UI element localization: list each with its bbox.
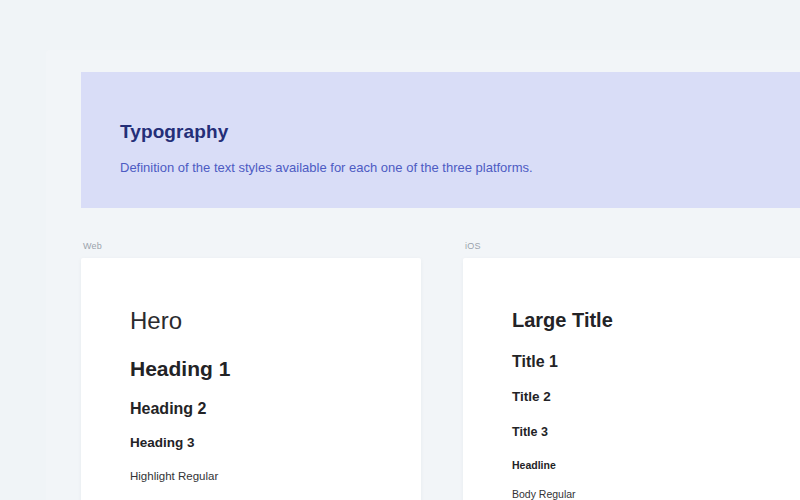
web-style-heading-1: Heading 1 [130,357,230,380]
ios-style-title-3: Title 3 [512,426,548,440]
typography-styleguide-page: { "banner": { "title": "Typography", "de… [0,0,800,500]
web-style-highlight-regular: Highlight Regular [130,470,218,483]
web-style-hero: Hero [130,308,182,334]
web-style-heading-2: Heading 2 [130,400,206,418]
card-label-web: Web [83,241,102,251]
ios-style-title-1: Title 1 [512,353,558,371]
ios-typography-card: Large Title Title 1 Title 2 Title 3 Head… [463,258,800,500]
card-label-ios: iOS [465,241,481,251]
web-typography-card: Hero Heading 1 Heading 2 Heading 3 Highl… [81,258,421,500]
web-style-heading-3: Heading 3 [130,436,195,451]
ios-style-title-2: Title 2 [512,390,551,405]
ios-style-large-title: Large Title [512,309,613,331]
page-title: Typography [120,121,228,143]
ios-style-body-regular: Body Regular [512,489,576,500]
page-description: Definition of the text styles available … [120,160,533,175]
ios-style-headline: Headline [512,460,556,472]
typography-banner: Typography Definition of the text styles… [81,72,800,208]
